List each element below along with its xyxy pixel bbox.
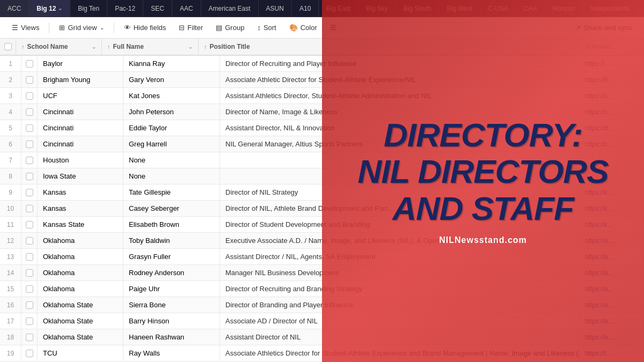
row-checkbox[interactable] [21,345,38,361]
table-row[interactable]: 1BaylorKianna RayDirector of Recruiting … [0,56,644,72]
sort-button[interactable]: ↕ Sort [252,21,281,34]
tab-acc[interactable]: ACC [0,0,29,17]
filter-button[interactable]: ⊟ Filter [173,21,208,34]
table-row[interactable]: 10KansasCasey SebergerDirector of NIL, A… [0,201,644,217]
row-link[interactable]: https://o... [580,249,644,264]
row-checkbox[interactable] [21,72,38,87]
row-number: 16 [0,297,21,313]
tab-big-ten[interactable]: Big Ten [70,0,107,17]
col-header-school[interactable]: ↑ School Name ⌄ [16,39,102,55]
row-link[interactable]: https://u... [580,88,644,104]
row-link[interactable]: https://o... [580,329,644,345]
table-row[interactable]: 2Brigham YoungGary VeronAssociate Athlet… [0,72,644,88]
tab-c-usa[interactable]: C-USA [481,0,516,17]
row-fullname: Barry Hinson [123,313,220,329]
table-row[interactable]: 16Oklahoma StateSierra BoneDirector of B… [0,297,644,313]
tab-big-west[interactable]: Big West [440,0,481,17]
row-link[interactable]: https://o... [580,233,644,248]
row-link[interactable]: https://k... [580,201,644,216]
row-checkbox[interactable] [21,136,38,152]
row-checkbox[interactable] [21,249,38,264]
row-checkbox[interactable] [21,329,38,345]
row-checkbox[interactable] [21,313,38,329]
table-row[interactable]: 11Kansas StateElisabeth BrownDirector of… [0,217,644,233]
col-header-link[interactable]: ↗ Profile... [580,39,644,55]
row-checkbox[interactable] [21,281,38,297]
table-row[interactable]: 4CincinnatiJohn PetersonDirector of Name… [0,104,644,120]
row-link[interactable] [580,168,644,184]
tab-big-12[interactable]: Big 12⌄ [29,0,70,17]
row-checkbox[interactable] [21,217,38,232]
row-checkbox[interactable] [21,152,38,168]
table-row[interactable]: 8Iowa StateNone [0,168,644,184]
row-link[interactable]: https://o... [580,313,644,329]
table-row[interactable]: 19TCURay WallsAssociate Athletics Direct… [0,345,644,361]
hide-fields-button[interactable]: 👁 Hide fields [119,21,172,34]
tab-a10[interactable]: A10 [292,0,319,17]
tab-sec[interactable]: SEC [143,0,172,17]
row-position: Manager NIL Business Development [220,265,580,280]
row-position: Assistant Director / NIL, Agents, SA Emp… [220,249,580,264]
table-row[interactable]: 3UCFKat JonesAssistant Athletics Directo… [0,88,644,104]
row-link[interactable]: https://c... [580,104,644,120]
row-checkbox[interactable] [21,168,38,184]
row-link[interactable]: https://o... [580,297,644,313]
tab-chevron-icon: ⌄ [58,5,62,11]
table-row[interactable]: 15OklahomaPaige UhrDirector of Recruitin… [0,281,644,297]
filter-icon: ⊟ [179,24,185,32]
row-link[interactable]: https://k... [580,184,644,200]
checkbox-box [26,334,33,341]
tab-big-east[interactable]: Big East [319,0,358,17]
grid-view-button[interactable]: ⊞ Grid view ⌄ [54,21,109,34]
tab-asun[interactable]: ASUN [259,0,292,17]
group-button[interactable]: ▤ Group [210,21,250,34]
row-checkbox[interactable] [21,297,38,313]
col-position-chevron: ⌄ [569,43,574,50]
tab-big-sky[interactable]: Big Sky [358,0,396,17]
table-row[interactable]: 17Oklahoma StateBarry HinsonAssociate AD… [0,313,644,329]
row-checkbox[interactable] [21,233,38,248]
col-header-fullname[interactable]: ↑ Full Name ⌄ [102,39,199,55]
table-row[interactable]: 7HoustonNone [0,152,644,168]
select-all-checkbox[interactable] [0,39,16,55]
table-row[interactable]: 6CincinnatiGreg HarrellNIL General Manag… [0,136,644,152]
row-checkbox[interactable] [21,265,38,280]
color-button[interactable]: 🎨 Color [284,21,323,34]
row-link[interactable]: https://t... [580,345,644,361]
table-row[interactable]: 13OklahomaGrasyn FullerAssistant Directo… [0,249,644,265]
row-checkbox[interactable] [21,104,38,120]
table-row[interactable]: 5CincinnatiEddie TaylorAssistant Directo… [0,120,644,136]
row-link[interactable] [580,152,644,168]
row-checkbox[interactable] [21,201,38,216]
tab-american-east[interactable]: American East [201,0,259,17]
checkbox-box [26,108,33,116]
row-link[interactable]: https://d... [580,120,644,136]
row-checkbox[interactable] [21,88,38,104]
table-row[interactable]: 18Oklahoma StateHaneen RashwanAssistant … [0,329,644,345]
row-link[interactable]: https://k... [580,217,644,232]
row-link[interactable]: https://o... [580,265,644,280]
row-checkbox[interactable] [21,56,38,71]
row-number: 12 [0,233,21,248]
table-row[interactable]: 12OklahomaToby BaldwinExecutive Associat… [0,233,644,249]
row-link[interactable]: https://c... [580,136,644,152]
row-checkbox[interactable] [21,184,38,200]
share-sync-label: Share and sync [584,24,632,32]
tab-horizon[interactable]: Horizon [545,0,583,17]
tab-pac-12[interactable]: Pac-12 [107,0,143,17]
views-button[interactable]: ☰ Views [6,21,45,34]
row-link[interactable]: https://o... [580,281,644,297]
tab-independents[interactable]: Independents [583,0,638,17]
tab-aac[interactable]: AAC [172,0,201,17]
col-header-position[interactable]: ↑ Position Title ⌄ [199,39,580,55]
tab-big-south[interactable]: Big South [396,0,440,17]
row-fullname: Elisabeth Brown [123,217,220,232]
share-sync-button[interactable]: ↗ Share and sync [570,21,638,34]
row-height-button[interactable]: ☰ [325,21,342,34]
table-row[interactable]: 9KansasTate GillespieDirector of NIL Str… [0,184,644,201]
row-checkbox[interactable] [21,120,38,136]
row-link[interactable]: https://... [580,56,644,71]
table-row[interactable]: 14OklahomaRodney AndersonManager NIL Bus… [0,265,644,281]
tab-caa[interactable]: CAA [516,0,545,17]
row-link[interactable]: https://b... [580,72,644,87]
